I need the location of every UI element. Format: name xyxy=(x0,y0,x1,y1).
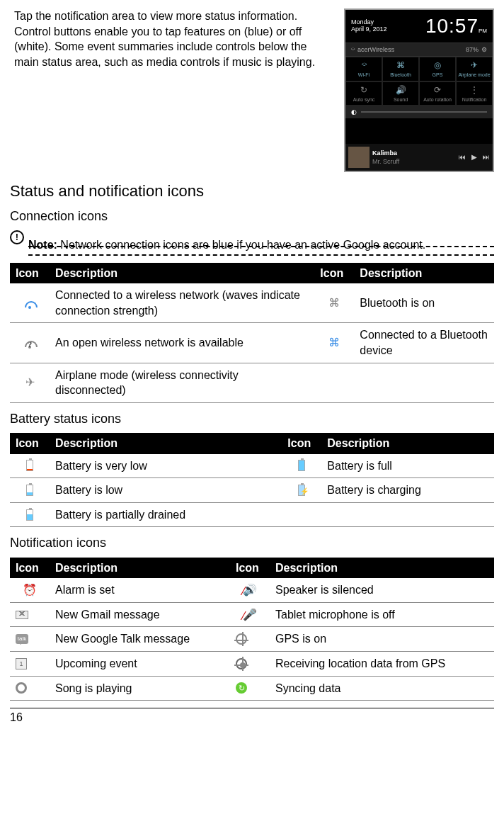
brightness-slider xyxy=(361,111,487,113)
speaker-silenced-icon: 🔊⁄ xyxy=(243,584,257,596)
embedded-screenshot: Monday April 9, 2012 10:57PM ⌔ acerWirel… xyxy=(344,9,494,172)
screenshot-time: 10:57 xyxy=(425,15,479,37)
heading-battery: Battery status icons xyxy=(10,410,494,427)
note-icon: ! xyxy=(10,230,24,244)
battery-partial-icon xyxy=(26,509,33,521)
tile-rotation: Auto rotation xyxy=(423,97,452,102)
conn-desc: Connected to a Bluetooth device xyxy=(354,323,494,363)
battery-table: Icon Description Icon Description Batter… xyxy=(10,433,494,527)
batt-desc: Battery is full xyxy=(321,454,494,478)
notification-table: Icon Description Icon Description ⏰ Alar… xyxy=(10,558,494,701)
screenshot-ampm: PM xyxy=(479,28,487,34)
notif-desc: New Gmail message xyxy=(50,602,230,627)
screenshot-battery: 87% xyxy=(466,45,479,54)
gps-tile-icon: ◎ xyxy=(420,60,455,71)
th-icon: Icon xyxy=(10,433,50,454)
google-talk-icon: talk xyxy=(16,634,28,644)
tile-notif: Notification xyxy=(462,97,487,102)
notif-desc: Syncing data xyxy=(270,676,494,701)
conn-desc: An open wireless network is available xyxy=(50,323,314,363)
batt-desc: Battery is partially drained xyxy=(50,502,282,527)
notif-desc: Receiving location data from GPS xyxy=(270,652,494,677)
brightness-icon: ◐ xyxy=(351,108,357,116)
th-desc: Description xyxy=(50,433,282,454)
batt-desc: Battery is charging xyxy=(321,478,494,503)
album-art xyxy=(348,147,370,168)
notif-desc: Upcoming event xyxy=(50,652,230,677)
rotation-tile-icon: ⟳ xyxy=(420,84,455,96)
battery-low-icon xyxy=(26,485,33,496)
tile-airplane: Airplane mode xyxy=(458,72,490,77)
th-icon: Icon xyxy=(282,433,321,454)
song-playing-icon xyxy=(16,682,27,694)
battery-charging-icon: ⚡ xyxy=(298,485,305,496)
intro-text: Tap the notification area to view more s… xyxy=(10,9,334,172)
sound-tile-icon: 🔊 xyxy=(383,84,418,96)
gps-on-icon xyxy=(236,633,247,645)
th-desc: Description xyxy=(270,558,494,579)
tile-wifi: Wi-Fi xyxy=(358,72,370,77)
airplane-icon: ✈ xyxy=(25,376,35,388)
th-desc: Description xyxy=(50,558,230,579)
batt-desc: Battery is low xyxy=(50,478,282,503)
note-content: Note: Network connection icons are blue … xyxy=(28,237,494,253)
th-icon: Icon xyxy=(10,263,50,284)
th-desc: Description xyxy=(354,263,494,284)
th-icon: Icon xyxy=(10,558,50,579)
gps-receiving-icon xyxy=(236,658,247,669)
th-icon: Icon xyxy=(230,558,270,579)
batt-desc: Battery is very low xyxy=(50,454,282,478)
heading-notification: Notification icons xyxy=(10,534,494,551)
notif-desc: Tablet microphone is off xyxy=(270,602,494,627)
heading-status-notification: Status and notification icons xyxy=(10,181,494,202)
tile-bt: Bluetooth xyxy=(390,72,411,77)
bluetooth-on-icon: ⌘ xyxy=(328,297,340,309)
bluetooth-tile-icon: ⌘ xyxy=(383,60,418,71)
page-number: 16 xyxy=(10,708,494,725)
track-name: Kalimba xyxy=(372,149,456,157)
settings-icon: ⚙ xyxy=(481,45,487,54)
mic-off-icon: 🎤⁄ xyxy=(243,609,257,621)
notif-desc: Alarm is set xyxy=(50,578,230,602)
notif-desc: Song is playing xyxy=(50,676,230,701)
conn-desc: Connected to a wireless network (waves i… xyxy=(50,283,314,323)
syncing-icon: ↻ xyxy=(236,682,247,694)
connection-table: Icon Description Icon Description Connec… xyxy=(10,263,494,403)
th-desc: Description xyxy=(321,433,494,454)
alarm-icon: ⏰ xyxy=(23,584,37,596)
conn-desc: Bluetooth is on xyxy=(354,283,494,323)
th-desc: Description xyxy=(50,263,314,284)
airplane-tile-icon: ✈ xyxy=(457,60,492,71)
dashed-line xyxy=(28,254,494,256)
play-icon: ▶ xyxy=(471,152,477,162)
calendar-event-icon: 1 xyxy=(16,658,27,669)
tile-gps: GPS xyxy=(433,72,443,77)
wifi-icon: ⌔ xyxy=(351,45,355,54)
tile-sync: Auto sync xyxy=(353,97,375,102)
tile-sound: Sound xyxy=(394,97,408,102)
conn-desc: Airplane mode (wireless connectivity dis… xyxy=(50,363,314,402)
th-icon: Icon xyxy=(314,263,354,284)
heading-connection: Connection icons xyxy=(10,208,494,225)
bluetooth-connected-icon: ⌘ xyxy=(328,337,340,349)
battery-verylow-icon xyxy=(26,460,33,471)
notif-tile-icon: ⋮ xyxy=(457,84,492,96)
artist-name: Mr. Scruff xyxy=(372,157,456,166)
screenshot-date: April 9, 2012 xyxy=(351,26,387,33)
battery-full-icon xyxy=(298,460,305,471)
wifi-open-icon: ? xyxy=(23,339,36,349)
wifi-connected-icon xyxy=(23,299,36,309)
notif-desc: Speaker is silenced xyxy=(270,578,494,602)
notif-desc: GPS is on xyxy=(270,627,494,652)
prev-icon: ⏮ xyxy=(459,152,466,162)
notif-desc: New Google Talk message xyxy=(50,627,230,652)
wifi-tile-icon: ⌔ xyxy=(346,60,382,71)
sync-tile-icon: ↻ xyxy=(346,84,382,96)
screenshot-wifi: acerWireless xyxy=(357,45,394,54)
next-icon: ⏭ xyxy=(483,152,490,162)
gmail-icon xyxy=(16,611,28,619)
